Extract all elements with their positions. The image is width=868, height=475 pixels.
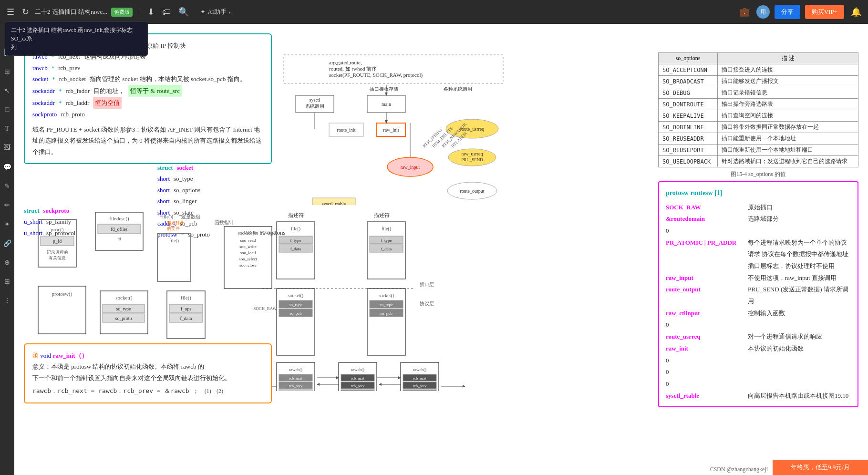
ai-assistant-btn[interactable]: ✦ AI助手 › [200,8,230,16]
protosw-row: sysctl_rtable向高层报告本机路由或本机接图19.10 [666,390,851,402]
sidebar-magic[interactable]: ✦ [1,218,13,230]
svg-text:rcb_prev: rcb_prev [351,384,364,388]
toolbar-title: 二十2 选插插口 结构rawc... [35,8,107,16]
download-icon[interactable]: ⬇ [145,5,156,19]
sidebar-shapes[interactable]: □ [1,104,13,115]
so-caption: 图15-4 so_options 的值 [658,167,858,178]
sidebar-pen[interactable]: ✎ [1,180,13,192]
briefcase-icon[interactable]: 💼 [737,5,752,19]
socket-f3: short so_linger [157,196,253,207]
rawcb-fdesc4a: 目的地址， [93,85,124,96]
svg-text:f_type: f_type [290,238,301,243]
svg-text:插口层: 插口层 [420,282,434,287]
sidebar-comment[interactable]: 💬 [1,161,13,173]
rawcb-type6: sockproto [32,109,57,120]
proto-field: &routedomain [666,213,742,225]
upper-diagram: arp,gated,route, routed, 如 rwhod 前序 sock… [281,52,510,205]
so-t1: short [157,173,170,184]
svg-text:协议层: 协议层 [420,301,434,306]
svg-text:rcb_next: rcb_next [289,376,303,381]
sidebar-link[interactable]: 🔗 [1,238,13,249]
refresh-icon[interactable]: ↻ [20,5,31,19]
sidebar-image[interactable]: 🖼 [1,142,13,154]
svg-text:socket(PF_ROUTE, SOCK_RAW, pro: socket(PF_ROUTE, SOCK_RAW, protocol) [329,72,423,78]
tooltip-popup: 二十2 选路插口 结构rawcb,函raw_init,套接字标志SO_xx系 列 [5,21,148,56]
rawcb-ptr4: * [59,85,62,96]
sidebar-pencil[interactable]: ✏ [1,199,13,211]
svg-text:描述符: 描述符 [374,212,390,218]
so-options-table: so_options 描 述 SO_ACCEPTCONN插口接受进入的连接SO_… [658,52,858,178]
svg-text:函数指针: 函数指针 [215,220,234,225]
svg-text:描述打开: 描述打开 [167,220,184,225]
svg-text:各种系统调用: 各种系统调用 [444,86,472,92]
svg-text:so_type: so_type [116,306,131,311]
share-button[interactable]: 分享 [775,5,800,19]
proto-value: 每个进程请求映射为一个单个的协议请求 协议在每个数据报中都传递地址 插口层标志，… [748,237,851,272]
toolbar-center: ✦ AI助手 › [200,8,230,16]
rawcb-fdesc3: 指向管理的 socket 结构，本结构又被 socket.so_pcb 指向。 [90,73,246,84]
svg-text:file(): file() [291,226,300,232]
svg-text:*file()[: *file()[ [160,214,173,220]
svg-text:f_ops: f_ops [181,306,191,311]
svg-text:so_pcb: so_pcb [380,311,393,316]
sidebar-zoom[interactable]: ⊕ [1,257,13,268]
rawcb-type2: rawcb [32,62,48,73]
rawcb-fname3: rcb_socket [59,73,86,84]
svg-text:filedesc(): filedesc() [109,216,129,222]
table-row: SO_REUSEPORT插口能重新使用一个本地地址和端口 [659,145,858,156]
so-option: SO_DEBUG [659,87,718,99]
rawinit-desc1: 意义：本函是 protosw 结构的协议初始化函数。本函将 rawcb 的 [32,361,263,372]
table-row: SO_DEBUG插口记录错错信息 [659,87,858,99]
table-row: SO_REUSEADDR插口能重新使用一个本地地址 [659,133,858,145]
svg-text:routed, 如 rwhod 前序: routed, 如 rwhod 前序 [329,66,377,72]
menu-icon[interactable]: ☰ [5,5,16,19]
protosw-rows: SOCK_RAW原始插口&routedomain选路域部分0PR_ATOMIC … [666,202,851,402]
sidebar-grid[interactable]: ⊞ [1,276,13,287]
bottom-bar[interactable]: 年终惠，低至9.9元/月 [773,460,868,475]
svg-text:DTYPE_SOCKET: DTYPE_SOCKET [244,230,277,235]
svg-text:有关信息: 有关信息 [49,256,66,260]
rawcb-fdesc6: 域名 PF_ROUTE + socket 函数的形参3：协议名如 AF_INET… [32,124,263,157]
rawcb-fdesc5: 恒为空值 [93,97,122,109]
search-icon[interactable]: 🔍 [176,5,191,19]
so-option: SO_BROADCAST [659,76,718,87]
so-col2: 描 述 [718,53,858,64]
svg-text:socket(): socket() [379,293,394,299]
so-option: SO_REUSEADDR [659,133,718,145]
proto-field: raw_init [666,343,742,355]
svg-text:file(): file() [169,238,179,244]
vip-button[interactable]: 购买VIP+ [805,5,844,19]
svg-text:p_fd: p_fd [53,238,62,244]
so-f2: so_options [174,185,200,196]
proto-field: sysctl_rtable [666,390,742,402]
rawinit-code-row: rawcb．rcb_next = rawcb．rcb_prev = ＆rawcb… [32,385,263,397]
sidebar-text[interactable]: T [1,123,13,134]
socket-kw: struct [157,162,173,173]
rawinit-desc2: 下一个和前一个指针设置为指向自身来对这个全局双向链表进行初始化。 [32,372,263,383]
protosw-row: 0 [666,355,851,367]
tooltip-line1: 二十2 选路插口 结构rawcb,函raw_init,套接字标志SO_xx系 [11,26,142,43]
so-col1: so_options [659,53,718,64]
so-desc: 插口将带外数据同正常数据存放在一起 [718,122,858,133]
protosw-row: raw_init本协议的初始化函数 [666,343,851,355]
upper-flowchart-svg: arp,gated,route, routed, 如 rwhod 前序 sock… [281,52,510,205]
rawcb-type5: sockaddr [32,97,55,108]
sidebar-layers[interactable]: ⊞ [1,66,13,77]
so-desc: 插口接受进入的连接 [718,64,858,76]
svg-text:so_type: so_type [380,302,393,307]
sidebar-cursor[interactable]: ↖ [1,85,13,96]
sidebar-dots[interactable]: ⋮ [1,295,13,306]
proto-field: PR_ATOMIC | PR_ADDR [666,237,742,272]
table-row: SO_KEEPALIVE插口查询空闲的连接 [659,110,858,122]
rawinit-fname: raw_init（） [53,352,88,359]
table-row: SO_DONTROUTE输出操作旁路选路表 [659,99,858,110]
svg-text:file(): file() [382,226,391,232]
bell-icon[interactable]: 🔔 [849,5,863,19]
tag-icon[interactable]: 🏷 [160,5,173,19]
panel-protosw: protosw routesw [1] SOCK_RAW原始插口&routedo… [658,181,858,407]
svg-rect-0 [284,55,503,83]
toolbar-right: 💼 用 分享 购买VIP+ 🔔 [737,5,863,19]
svg-text:soo_select: soo_select [239,257,257,261]
svg-text:so_proto: so_proto [115,316,132,321]
svg-rect-89 [277,289,315,355]
